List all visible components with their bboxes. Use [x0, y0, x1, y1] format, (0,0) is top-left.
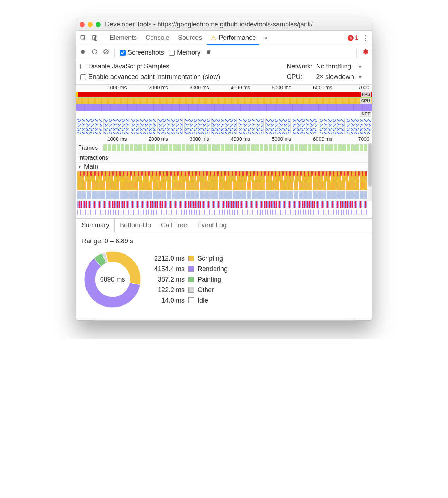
capture-settings-icon[interactable] — [362, 48, 368, 57]
titlebar: Developer Tools - https://googlechrome.g… — [76, 18, 372, 31]
ruler-tick: 6000 ms — [313, 136, 333, 142]
frames-track[interactable]: Frames — [76, 143, 372, 153]
ruler-tick: 2000 ms — [148, 136, 168, 142]
interactions-track-label: Interactions — [78, 155, 108, 161]
screenshot-thumb[interactable] — [157, 118, 183, 134]
performance-toolbar: Screenshots Memory — [76, 45, 372, 60]
fps-label: FPS — [361, 92, 371, 97]
ruler-tick: 4000 ms — [231, 136, 250, 142]
close-window-button[interactable] — [80, 22, 85, 27]
legend-swatch-rendering — [188, 266, 194, 272]
more-tabs-button[interactable]: » — [261, 34, 270, 42]
zoom-window-button[interactable] — [96, 22, 101, 27]
overview-net-row[interactable]: NET — [76, 111, 372, 117]
screenshot-thumb[interactable] — [77, 118, 102, 134]
screenshot-thumb[interactable] — [265, 118, 291, 134]
screenshots-checkbox-input[interactable] — [120, 50, 126, 56]
legend-value: 2212.0 ms — [152, 255, 185, 262]
vertical-scrollbar[interactable] — [368, 143, 372, 201]
legend-value: 387.2 ms — [152, 276, 185, 283]
scrollbar-thumb[interactable] — [368, 143, 372, 187]
divider — [103, 34, 103, 42]
tab-call-tree[interactable]: Call Tree — [156, 219, 192, 232]
ruler-tick: 1000 ms — [107, 85, 127, 90]
disable-js-samples-input[interactable] — [80, 64, 86, 69]
ruler-tick: 6000 ms — [313, 85, 333, 90]
screenshot-thumb[interactable] — [103, 118, 129, 134]
tab-summary[interactable]: Summary — [76, 219, 115, 232]
tab-event-log[interactable]: Event Log — [192, 219, 232, 232]
legend-value: 122.2 ms — [152, 286, 185, 294]
cpu-throttling-select[interactable]: 2× slowdown — [316, 73, 354, 81]
warning-icon: ⚠ — [211, 34, 216, 42]
main-track-header[interactable]: ▼ Main — [76, 162, 372, 171]
net-label: NET — [360, 111, 371, 117]
garbage-collect-icon[interactable] — [206, 48, 212, 57]
chevron-down-icon[interactable]: ▼ — [358, 74, 368, 80]
screenshot-thumb[interactable] — [319, 118, 344, 134]
ruler-tick: 5000 ms — [272, 136, 291, 142]
screenshot-thumb[interactable] — [131, 118, 156, 134]
summary-range: Range: 0 – 6.89 s — [82, 237, 366, 245]
flame-row[interactable] — [77, 210, 367, 215]
interactions-track[interactable]: Interactions — [76, 153, 372, 162]
disable-js-samples-checkbox[interactable]: Disable JavaScript Samples — [80, 63, 283, 70]
screenshot-thumb[interactable] — [211, 118, 237, 134]
legend-label: Other — [198, 286, 228, 294]
error-count-badge[interactable]: ✕ 1 — [348, 35, 358, 41]
flame-row[interactable] — [77, 201, 367, 208]
tab-sources[interactable]: Sources — [174, 31, 206, 45]
tab-elements[interactable]: Elements — [106, 31, 140, 45]
memory-checkbox-input[interactable] — [169, 50, 175, 56]
cpu-label: CPU: — [287, 73, 312, 81]
detail-time-ruler[interactable]: 1000 ms2000 ms3000 ms4000 ms5000 ms6000 … — [76, 136, 372, 143]
flame-row[interactable] — [77, 181, 367, 190]
paint-instrumentation-checkbox[interactable]: Enable advanced paint instrumentation (s… — [80, 73, 283, 81]
main-flame-chart[interactable] — [76, 171, 372, 218]
legend-value: 4154.4 ms — [152, 265, 185, 273]
overview-cpu-row[interactable]: CPU — [76, 97, 372, 111]
ruler-tick: 4000 ms — [231, 85, 250, 90]
tab-performance-label: Performance — [219, 34, 256, 42]
tab-performance[interactable]: ⚠ Performance — [207, 31, 259, 45]
screenshots-checkbox[interactable]: Screenshots — [120, 49, 164, 56]
legend-swatch-scripting — [188, 256, 194, 261]
clear-button[interactable] — [103, 48, 109, 57]
overview-fps-row[interactable]: FPS — [76, 92, 372, 97]
flame-row[interactable] — [77, 191, 367, 199]
network-throttling-select[interactable]: No throttling — [316, 63, 354, 70]
legend-label: Idle — [198, 297, 228, 304]
device-toolbar-icon[interactable] — [90, 33, 100, 43]
tab-bottom-up[interactable]: Bottom-Up — [115, 219, 156, 232]
disable-js-samples-label: Disable JavaScript Samples — [88, 63, 169, 70]
overview-time-ruler[interactable]: 1000 ms2000 ms3000 ms4000 ms5000 ms6000 … — [76, 85, 372, 92]
summary-panel: Range: 0 – 6.89 s 6890 ms 2212.0 msScrip… — [76, 232, 372, 318]
minimize-window-button[interactable] — [88, 22, 93, 27]
kebab-menu-icon[interactable]: ⋮ — [361, 34, 370, 42]
reload-record-button[interactable] — [91, 48, 98, 57]
flame-row[interactable] — [77, 171, 367, 181]
disclosure-triangle-icon[interactable]: ▼ — [77, 164, 82, 169]
screenshot-thumb[interactable] — [292, 118, 317, 134]
screenshot-thumb[interactable] — [346, 118, 371, 134]
panel-tabstrip: Elements Console Sources ⚠ Performance »… — [76, 31, 372, 45]
legend-swatch-painting — [188, 277, 194, 282]
ruler-tick: 3000 ms — [190, 136, 209, 142]
screenshots-label: Screenshots — [128, 49, 164, 56]
paint-instrumentation-label: Enable advanced paint instrumentation (s… — [88, 73, 220, 81]
devtools-window: Developer Tools - https://googlechrome.g… — [76, 18, 372, 321]
paint-instrumentation-input[interactable] — [80, 74, 86, 80]
inspect-element-icon[interactable] — [78, 33, 88, 43]
legend-value: 14.0 ms — [152, 297, 185, 304]
memory-checkbox[interactable]: Memory — [169, 49, 200, 56]
chevron-down-icon[interactable]: ▼ — [358, 64, 368, 69]
screenshot-thumb[interactable] — [238, 118, 263, 134]
record-button[interactable] — [80, 48, 86, 57]
tab-console[interactable]: Console — [142, 31, 173, 45]
panel-shadow — [76, 318, 372, 320]
screenshot-filmstrip[interactable] — [76, 117, 372, 136]
screenshot-thumb[interactable] — [184, 118, 210, 134]
legend-label: Painting — [198, 276, 228, 283]
svg-point-3 — [81, 50, 85, 54]
memory-label: Memory — [177, 49, 200, 56]
